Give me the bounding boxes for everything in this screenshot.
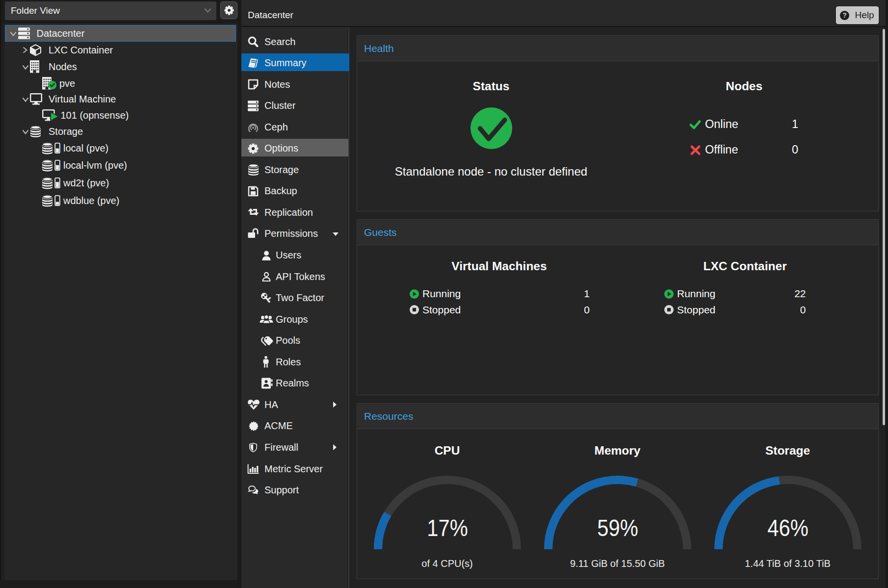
svg-text:?: ? xyxy=(842,11,847,19)
